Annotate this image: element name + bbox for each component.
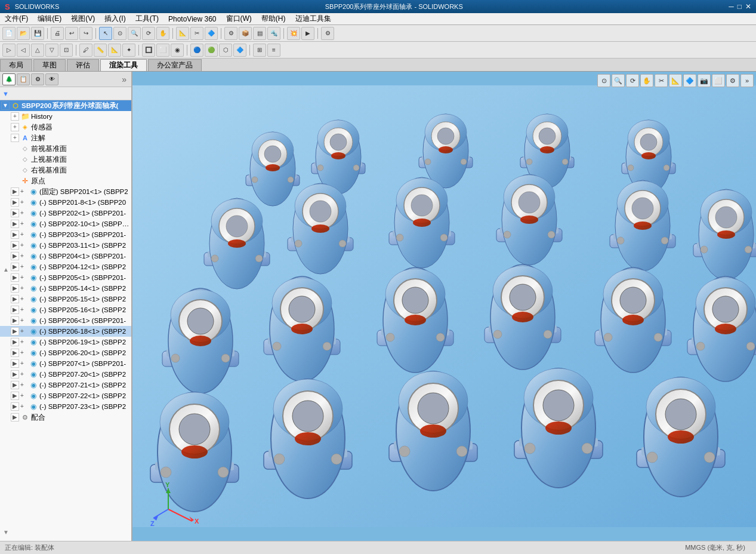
panel-tab-tree[interactable]: 🌲	[2, 73, 16, 85]
tree-expander[interactable]: ▶	[11, 252, 19, 260]
tree-expander[interactable]: ▶	[11, 338, 19, 346]
tree-item-top-plane[interactable]: ◇上视基准面	[0, 154, 131, 165]
menu-window[interactable]: 窗口(W)	[221, 13, 257, 24]
tree-plus-sbpp207-20[interactable]: +	[20, 369, 27, 380]
tree-plus-sbpp206-19[interactable]: +	[20, 337, 27, 347]
tree-plus-sbpp206-20[interactable]: +	[20, 347, 27, 358]
vp-orient[interactable]: 📐	[669, 74, 682, 87]
menu-view[interactable]: 视图(V)	[66, 13, 100, 24]
tb2-18[interactable]: ≡	[267, 44, 280, 57]
tree-expander[interactable]: ▶	[11, 230, 19, 239]
tb-anim[interactable]: ▶	[301, 27, 314, 40]
tree-plus-sbpp207-22[interactable]: +	[20, 390, 27, 401]
tb2-8[interactable]: 📐	[108, 44, 121, 57]
menu-maidi[interactable]: 迈迪工具集	[291, 13, 336, 24]
tab-draft[interactable]: 草图	[33, 59, 66, 71]
tree-item-sbpp207-1[interactable]: ▶+◉(-) SBPP207<1> (SBPP201-	[0, 358, 131, 369]
panel-tab-config[interactable]: ⚙	[31, 73, 44, 85]
vp-view-type[interactable]: ⬜	[712, 74, 725, 87]
tab-render[interactable]: 渲染工具	[100, 59, 147, 71]
tree-item-sbpp202-1[interactable]: ▶+◉(-) SBPP202<1> (SBPP201-	[0, 208, 131, 218]
tb2-1[interactable]: ▷	[2, 44, 16, 57]
tree-expander[interactable]: ▶	[11, 284, 19, 293]
tree-item-sbpp205-16[interactable]: ▶+◉(-) SBPP205-16<1> (SBPP2	[0, 304, 131, 315]
tree-item-sbpp201-8[interactable]: ▶+◉(-) SBPP201-8<1> (SBPP20	[0, 197, 131, 208]
tb2-13[interactable]: 🔵	[190, 44, 203, 57]
tree-expander[interactable]: ▶	[11, 241, 19, 250]
tree-item-sbpp205-1[interactable]: ▶+◉(-) SBPP205<1> (SBPP201-	[0, 272, 131, 283]
tree-item-sbpp207-20[interactable]: ▶+◉(-) SBPP207-20<1> (SBPP2	[0, 369, 131, 380]
tb2-4[interactable]: ▽	[45, 44, 58, 57]
tree-root[interactable]: ▼ ⬡ SBPP200系列带座外球面轴承(	[0, 100, 131, 111]
menu-help[interactable]: 帮助(H)	[257, 13, 291, 24]
tree-item-anno[interactable]: +A注解	[0, 133, 131, 143]
vp-rapid-snap[interactable]: 📷	[698, 74, 711, 87]
tree-expander[interactable]: ▶	[11, 295, 19, 303]
tree-plus-sbpp203-11[interactable]: +	[20, 240, 27, 251]
tree-expander[interactable]: ▶	[11, 273, 19, 282]
vp-display-mode[interactable]: 🔷	[683, 74, 696, 87]
tree-plus-sbpp202-10[interactable]: +	[20, 218, 27, 229]
tb-assembly[interactable]: 🔩	[267, 27, 280, 40]
tb-select[interactable]: ↖	[99, 27, 112, 40]
tb-display[interactable]: 🔷	[205, 27, 218, 40]
tree-plus-sbpp206-1[interactable]: +	[20, 315, 27, 326]
tree-item-origin[interactable]: ✛原点	[0, 176, 131, 186]
tb-pattern[interactable]: ▤	[253, 27, 266, 40]
tree-item-sbpp207-22[interactable]: ▶+◉(-) SBPP207-22<1> (SBPP2	[0, 390, 131, 401]
vp-section[interactable]: ✂	[655, 74, 668, 87]
tb2-15[interactable]: ⬡	[219, 44, 232, 57]
tb-rotate[interactable]: ⟳	[142, 27, 155, 40]
tree-plus-sbpp204-12[interactable]: +	[20, 261, 27, 272]
tree-plus-sbpp201-8[interactable]: +	[20, 197, 27, 208]
tree-expander[interactable]: ▶	[11, 263, 19, 271]
vp-pan[interactable]: ✋	[640, 74, 653, 87]
tb2-7[interactable]: 📏	[94, 44, 107, 57]
tree-expander[interactable]: ▶	[11, 370, 19, 378]
tree-expander[interactable]: ▶	[11, 413, 19, 421]
panel-tab-props[interactable]: 📋	[17, 73, 30, 85]
scroll-up-arrow[interactable]: ▲	[3, 266, 9, 273]
tree-item-right-plane[interactable]: ◇右视基准面	[0, 165, 131, 176]
tree-item-history[interactable]: +📁History	[0, 111, 131, 122]
tb-pan[interactable]: ✋	[156, 27, 169, 40]
tree-item-sbpp203-11[interactable]: ▶+◉(-) SBPP203-11<1> (SBPP2	[0, 240, 131, 251]
tree-item-sbpp205-15[interactable]: ▶+◉(-) SBPP205-15<1> (SBPP2	[0, 294, 131, 304]
tree-plus-sbpp205-1[interactable]: +	[20, 272, 27, 283]
tb-explode[interactable]: 💥	[287, 27, 300, 40]
tb2-12[interactable]: ◉	[171, 44, 184, 57]
tree-item-sbpp204-12[interactable]: ▶+◉(-) SBPP204-12<1> (SBPP2	[0, 261, 131, 272]
tree-item-sbpp206-20[interactable]: ▶+◉(-) SBPP206-20<1> (SBPP2	[0, 347, 131, 358]
tree-item-front-plane[interactable]: ◇前视基准面	[0, 143, 131, 154]
tb2-10[interactable]: 🔲	[142, 44, 155, 57]
tb2-11[interactable]: ⬜	[156, 44, 169, 57]
tb-zoom-in[interactable]: 🔍	[128, 27, 141, 40]
tree-item-sbpp201-1[interactable]: ▶+◉(固定) SBPP201<1> (SBPP2	[0, 186, 131, 197]
tree-item-sbpp204-1[interactable]: ▶+◉(-) SBPP204<1> (SBPP201-	[0, 251, 131, 261]
tb2-14[interactable]: 🟢	[205, 44, 218, 57]
tree-plus-sbpp205-15[interactable]: +	[20, 294, 27, 304]
vp-rotate[interactable]: ⟳	[626, 74, 639, 87]
tree-item-sensor[interactable]: +◈传感器	[0, 122, 131, 133]
tree-expander[interactable]: ▶	[11, 220, 19, 228]
vp-setting[interactable]: ⚙	[726, 74, 739, 87]
tree-expander[interactable]: +	[11, 134, 19, 142]
menu-edit[interactable]: 编辑(E)	[33, 13, 66, 24]
tree-expander[interactable]: ▶	[11, 381, 19, 389]
tree-expander[interactable]: ▶	[11, 392, 19, 400]
tb-save[interactable]: 💾	[31, 27, 44, 40]
tb-zoom-fit[interactable]: ⊙	[113, 27, 126, 40]
tb-view-orient[interactable]: 📐	[176, 27, 189, 40]
tree-expander[interactable]: ▶	[11, 327, 19, 336]
close-btn[interactable]: ✕	[745, 2, 751, 11]
tree-expander[interactable]: ▶	[11, 209, 19, 217]
tb-component[interactable]: 📦	[239, 27, 252, 40]
tree-plus-sbpp205-14[interactable]: +	[20, 283, 27, 294]
tb-options[interactable]: ⚙	[321, 27, 334, 40]
tree-expander[interactable]: ▶	[11, 187, 19, 196]
menu-photoview[interactable]: PhotoView 360	[163, 13, 221, 24]
tb-redo[interactable]: ↪	[79, 27, 92, 40]
tb-new[interactable]: 📄	[2, 27, 16, 40]
tree-expander[interactable]: +	[11, 112, 19, 121]
menu-file[interactable]: 文件(F)	[0, 13, 33, 24]
